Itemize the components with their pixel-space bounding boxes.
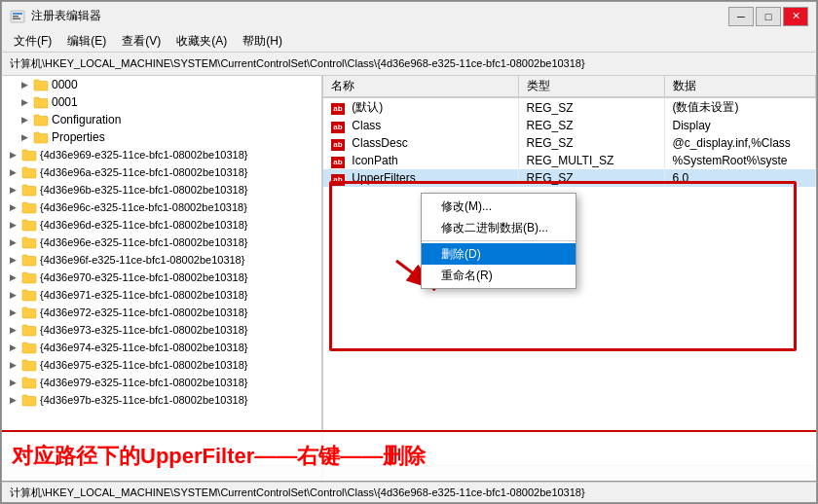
expand-arrow: ▶ bbox=[21, 132, 31, 142]
menu-bar: 文件(F) 编辑(E) 查看(V) 收藏夹(A) 帮助(H) bbox=[1, 30, 817, 52]
tree-item-15[interactable]: ▶ {4d36e974-e325-11ce-bfc1-08002be10318} bbox=[2, 339, 321, 356]
menu-edit[interactable]: 编辑(E) bbox=[59, 31, 114, 52]
folder-icon bbox=[21, 183, 37, 197]
folder-icon bbox=[21, 253, 37, 267]
reg-data: @c_display.inf,%Class bbox=[664, 134, 816, 152]
tree-item-label: {4d36e96e-e325-11ce-bfc1-08002be10318} bbox=[40, 236, 247, 248]
reg-type: REG_MULTI_SZ bbox=[518, 152, 664, 169]
tree-item-18[interactable]: ▶ {4d36e97b-e325-11ce-bfc1-08002be10318} bbox=[2, 391, 321, 409]
tree-item-label: {4d36e96d-e325-11ce-bfc1-08002be10318} bbox=[40, 219, 247, 231]
tree-item-label: Properties bbox=[52, 130, 105, 144]
context-menu-rename[interactable]: 重命名(R) bbox=[422, 265, 576, 286]
annotation-text: 对应路径下的UpperFilter——右键——删除 bbox=[12, 442, 426, 471]
status-text: 计算机\HKEY_LOCAL_MACHINE\SYSTEM\CurrentCon… bbox=[10, 486, 585, 500]
maximize-button[interactable]: □ bbox=[756, 7, 781, 26]
tree-item-7[interactable]: ▶ {4d36e96c-e325-11ce-bfc1-08002be10318} bbox=[2, 198, 321, 216]
menu-view[interactable]: 查看(V) bbox=[114, 31, 168, 52]
reg-name: ab ClassDesc bbox=[323, 134, 518, 152]
expand-arrow: ▶ bbox=[10, 395, 19, 405]
tree-item-14[interactable]: ▶ {4d36e973-e325-11ce-bfc1-08002be10318} bbox=[2, 321, 321, 339]
tree-item-5[interactable]: ▶ {4d36e96a-e325-11ce-bfc1-08002be10318} bbox=[2, 163, 321, 181]
tree-item-label: {4d36e975-e325-11ce-bfc1-08002be10318} bbox=[40, 359, 247, 371]
reg-type: REG_SZ bbox=[518, 97, 664, 117]
folder-icon bbox=[33, 95, 49, 109]
folder-icon bbox=[21, 306, 37, 319]
folder-icon bbox=[21, 218, 37, 232]
reg-name: ab IconPath bbox=[323, 152, 518, 169]
expand-arrow: ▶ bbox=[10, 307, 19, 317]
col-header-type: 类型 bbox=[518, 76, 664, 97]
tree-item-17[interactable]: ▶ {4d36e979-e325-11ce-bfc1-08002be10318} bbox=[2, 374, 321, 391]
close-button[interactable]: ✕ bbox=[783, 7, 808, 26]
tree-item-11[interactable]: ▶ {4d36e970-e325-11ce-bfc1-08002be10318} bbox=[2, 269, 321, 286]
tree-item-12[interactable]: ▶ {4d36e971-e325-11ce-bfc1-08002be10318} bbox=[2, 286, 321, 304]
minimize-button[interactable]: ─ bbox=[728, 7, 754, 26]
col-header-data: 数据 bbox=[664, 76, 816, 97]
tree-item-label: {4d36e96f-e325-11ce-bfc1-08002be10318} bbox=[40, 254, 244, 266]
tree-item-10[interactable]: ▶ {4d36e96f-e325-11ce-bfc1-08002be10318} bbox=[2, 251, 321, 269]
tree-item-config[interactable]: ▶ Configuration bbox=[2, 111, 321, 128]
tree-item-16[interactable]: ▶ {4d36e975-e325-11ce-bfc1-08002be10318} bbox=[2, 356, 321, 374]
folder-icon bbox=[21, 358, 37, 372]
reg-name: ab UpperFilters bbox=[323, 169, 518, 187]
tree-item-label: 0001 bbox=[52, 95, 78, 109]
expand-arrow: ▶ bbox=[10, 150, 19, 160]
tree-item-0000[interactable]: ▶ 0000 bbox=[2, 76, 321, 93]
context-menu-modify[interactable]: 修改(M)... bbox=[422, 196, 576, 217]
table-row[interactable]: ab Class REG_SZ Display bbox=[323, 117, 816, 134]
reg-value-icon: ab bbox=[331, 122, 345, 133]
tree-item-9[interactable]: ▶ {4d36e96e-e325-11ce-bfc1-08002be10318} bbox=[2, 234, 321, 251]
context-menu-separator bbox=[422, 240, 576, 241]
menu-help[interactable]: 帮助(H) bbox=[235, 31, 290, 52]
reg-type: REG_SZ bbox=[518, 117, 664, 134]
folder-icon bbox=[21, 200, 37, 214]
expand-arrow: ▶ bbox=[10, 255, 19, 265]
svg-rect-1 bbox=[13, 13, 22, 15]
folder-icon bbox=[21, 165, 37, 179]
svg-rect-3 bbox=[13, 18, 20, 19]
tree-item-0001[interactable]: ▶ 0001 bbox=[2, 93, 321, 111]
address-text: 计算机\HKEY_LOCAL_MACHINE\SYSTEM\CurrentCon… bbox=[10, 56, 585, 71]
tree-item-props[interactable]: ▶ Properties bbox=[2, 128, 321, 146]
tree-item-13[interactable]: ▶ {4d36e972-e325-11ce-bfc1-08002be10318} bbox=[2, 304, 321, 321]
reg-value-icon: ab bbox=[331, 174, 345, 186]
tree-scroll[interactable]: ▶ 0000 ▶ 0001 ▶ bbox=[2, 76, 321, 465]
tree-item-label: Configuration bbox=[52, 113, 121, 126]
table-row[interactable]: ab ClassDesc REG_SZ @c_display.inf,%Clas… bbox=[323, 134, 816, 152]
tree-item-label: {4d36e973-e325-11ce-bfc1-08002be10318} bbox=[40, 324, 247, 336]
folder-icon bbox=[21, 323, 37, 337]
tree-item-label: {4d36e979-e325-11ce-bfc1-08002be10318} bbox=[40, 377, 247, 388]
folder-icon bbox=[21, 393, 37, 407]
tree-pane: ▶ 0000 ▶ 0001 ▶ bbox=[2, 76, 323, 481]
menu-file[interactable]: 文件(F) bbox=[6, 31, 59, 52]
context-menu-modify-binary[interactable]: 修改二进制数据(B)... bbox=[422, 217, 576, 238]
tree-item-8[interactable]: ▶ {4d36e96d-e325-11ce-bfc1-08002be10318} bbox=[2, 216, 321, 234]
context-menu: 修改(M)... 修改二进制数据(B)... 删除(D) 重命名(R) bbox=[421, 193, 576, 289]
folder-icon bbox=[33, 130, 49, 144]
context-menu-delete[interactable]: 删除(D) bbox=[422, 243, 576, 265]
expand-arrow: ▶ bbox=[10, 202, 19, 212]
reg-type: REG_SZ bbox=[518, 134, 664, 152]
table-row[interactable]: ab (默认) REG_SZ (数值未设置) bbox=[323, 97, 816, 117]
table-row-upper-filters[interactable]: ab UpperFilters REG_SZ 6.0 bbox=[323, 169, 816, 187]
folder-icon bbox=[33, 78, 49, 91]
expand-arrow: ▶ bbox=[10, 237, 19, 247]
tree-item-4[interactable]: ▶ {4d36e969-e325-11ce-bfc1-08002be10318} bbox=[2, 146, 321, 163]
expand-arrow: ▶ bbox=[10, 220, 19, 230]
folder-icon bbox=[21, 270, 37, 284]
expand-arrow: ▶ bbox=[21, 115, 31, 125]
expand-arrow: ▶ bbox=[21, 80, 31, 90]
menu-favorites[interactable]: 收藏夹(A) bbox=[168, 31, 235, 52]
svg-rect-2 bbox=[13, 16, 19, 18]
folder-icon bbox=[21, 235, 37, 249]
expand-arrow: ▶ bbox=[10, 167, 19, 177]
expand-arrow: ▶ bbox=[10, 378, 19, 387]
expand-arrow: ▶ bbox=[10, 342, 19, 352]
window-controls[interactable]: ─ □ ✕ bbox=[728, 7, 808, 26]
tree-item-label: {4d36e972-e325-11ce-bfc1-08002be10318} bbox=[40, 306, 247, 318]
tree-item-6[interactable]: ▶ {4d36e96b-e325-11ce-bfc1-08002be10318} bbox=[2, 181, 321, 198]
table-row[interactable]: ab IconPath REG_MULTI_SZ %SystemRoot%\sy… bbox=[323, 152, 816, 169]
reg-type: REG_SZ bbox=[518, 169, 664, 187]
expand-arrow: ▶ bbox=[10, 325, 19, 335]
reg-data: Display bbox=[664, 117, 816, 134]
